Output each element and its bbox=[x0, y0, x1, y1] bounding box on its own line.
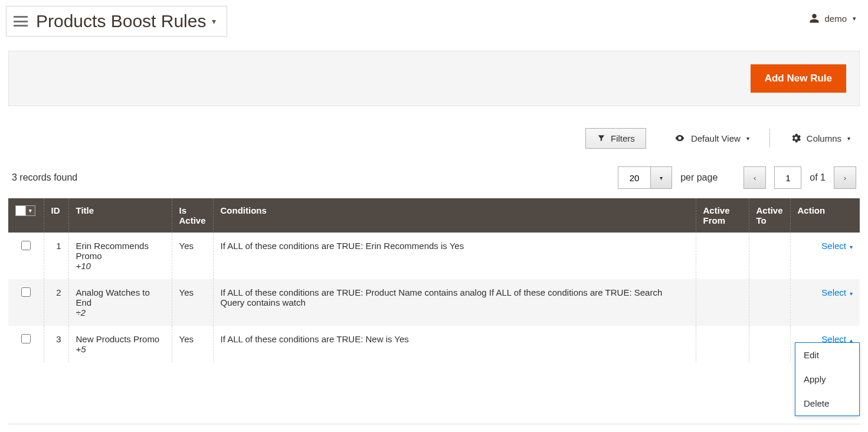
cell-conditions: If ALL of these conditions are TRUE: Pro… bbox=[213, 279, 696, 326]
page-title: Products Boost Rules ▾ bbox=[36, 11, 216, 31]
hamburger-icon[interactable] bbox=[14, 16, 28, 27]
cell-title: Erin Recommends Promo+10 bbox=[68, 233, 172, 279]
action-edit[interactable]: Edit bbox=[795, 343, 859, 367]
chevron-down-icon: ▾ bbox=[660, 175, 663, 181]
user-icon bbox=[809, 13, 820, 24]
filter-icon bbox=[597, 134, 606, 142]
page-size-dropdown[interactable]: ▾ bbox=[651, 166, 672, 189]
action-bar: Add New Rule bbox=[8, 51, 860, 106]
next-page-button[interactable]: › bbox=[834, 166, 856, 189]
header-id[interactable]: ID bbox=[44, 198, 68, 233]
table-row[interactable]: 1Erin Recommends Promo+10YesIf ALL of th… bbox=[8, 233, 860, 279]
columns-button[interactable]: Columns ▾ bbox=[781, 126, 860, 150]
select-action[interactable]: Select▾ bbox=[821, 287, 853, 297]
prev-page-button[interactable]: ‹ bbox=[743, 166, 766, 189]
records-found: 3 records found bbox=[12, 172, 77, 183]
user-menu[interactable]: demo ▾ bbox=[809, 6, 856, 24]
cell-is-active: Yes bbox=[172, 326, 213, 362]
cell-active-from bbox=[696, 279, 749, 326]
cell-conditions: If ALL of these conditions are TRUE: Eri… bbox=[213, 233, 696, 279]
page-size: ▾ bbox=[618, 166, 672, 189]
cell-is-active: Yes bbox=[172, 279, 213, 326]
cell-id: 1 bbox=[44, 233, 68, 279]
page-header: Products Boost Rules ▾ demo ▾ bbox=[0, 0, 868, 37]
page-title-wrap[interactable]: Products Boost Rules ▾ bbox=[6, 6, 227, 37]
cell-active-from bbox=[696, 233, 749, 279]
header-action[interactable]: Action bbox=[790, 198, 860, 233]
page-title-text: Products Boost Rules bbox=[36, 11, 206, 31]
select-action[interactable]: Select▾ bbox=[821, 241, 853, 251]
chevron-down-icon[interactable]: ▾ bbox=[26, 205, 35, 216]
toolbar: Filters Default View ▾ Columns ▾ bbox=[8, 126, 860, 150]
cell-action: Select▾ bbox=[790, 279, 860, 326]
header-conditions[interactable]: Conditions bbox=[213, 198, 696, 233]
table-header-row: ▾ ID Title Is Active Conditions Active F… bbox=[8, 198, 860, 233]
add-new-rule-button[interactable]: Add New Rule bbox=[751, 64, 846, 93]
current-page-input[interactable] bbox=[774, 166, 801, 189]
page-size-input[interactable] bbox=[618, 166, 651, 189]
records-row: 3 records found ▾ per page ‹ of 1 › bbox=[12, 166, 856, 189]
user-caret-icon[interactable]: ▾ bbox=[853, 15, 856, 22]
default-view-label: Default View bbox=[691, 133, 741, 143]
header-active-from[interactable]: Active From bbox=[696, 198, 749, 233]
cell-active-to bbox=[749, 279, 790, 326]
cell-title: New Products Promo+5 bbox=[68, 326, 172, 362]
table-row[interactable]: 2Analog Watches to End÷2YesIf ALL of the… bbox=[8, 279, 860, 326]
row-checkbox[interactable] bbox=[21, 287, 31, 297]
chevron-left-icon: ‹ bbox=[754, 174, 756, 182]
header-active-to[interactable]: Active To bbox=[749, 198, 790, 233]
title-caret-icon[interactable]: ▾ bbox=[212, 17, 216, 26]
gear-icon bbox=[790, 132, 802, 144]
columns-label: Columns bbox=[807, 133, 841, 143]
filters-label: Filters bbox=[611, 133, 635, 143]
chevron-right-icon: › bbox=[844, 174, 846, 182]
default-view-button[interactable]: Default View ▾ bbox=[664, 127, 759, 149]
rules-table: ▾ ID Title Is Active Conditions Active F… bbox=[8, 198, 860, 362]
cell-action: Select▴EditApplyDelete bbox=[790, 326, 860, 362]
cell-active-to bbox=[749, 326, 790, 362]
default-view-caret-icon: ▾ bbox=[746, 135, 749, 142]
filters-button[interactable]: Filters bbox=[585, 128, 646, 149]
footer-divider bbox=[8, 424, 860, 424]
of-pages: of 1 bbox=[810, 172, 826, 183]
table-row[interactable]: 3New Products Promo+5YesIf ALL of these … bbox=[8, 326, 860, 362]
eye-icon bbox=[673, 133, 686, 143]
cell-is-active: Yes bbox=[172, 233, 213, 279]
cell-id: 2 bbox=[44, 279, 68, 326]
cell-active-to bbox=[749, 233, 790, 279]
cell-active-from bbox=[696, 326, 749, 362]
header-is-active[interactable]: Is Active bbox=[172, 198, 213, 233]
row-checkbox[interactable] bbox=[21, 241, 31, 250]
cell-conditions: If ALL of these conditions are TRUE: New… bbox=[213, 326, 696, 362]
action-menu: EditApplyDelete bbox=[795, 342, 860, 416]
action-delete[interactable]: Delete bbox=[795, 391, 859, 415]
toolbar-separator bbox=[769, 129, 770, 148]
paging: ▾ per page ‹ of 1 › bbox=[618, 166, 856, 189]
per-page-label: per page bbox=[680, 172, 718, 183]
chevron-down-icon: ▾ bbox=[850, 244, 853, 250]
header-title[interactable]: Title bbox=[68, 198, 172, 233]
user-name: demo bbox=[824, 14, 847, 24]
columns-caret-icon: ▾ bbox=[847, 135, 850, 142]
action-apply[interactable]: Apply bbox=[795, 367, 859, 391]
chevron-down-icon: ▾ bbox=[850, 290, 853, 297]
cell-id: 3 bbox=[44, 326, 68, 362]
header-checkbox[interactable]: ▾ bbox=[8, 198, 44, 233]
cell-title: Analog Watches to End÷2 bbox=[68, 279, 172, 326]
cell-action: Select▾ bbox=[790, 233, 860, 279]
row-checkbox[interactable] bbox=[21, 334, 31, 343]
